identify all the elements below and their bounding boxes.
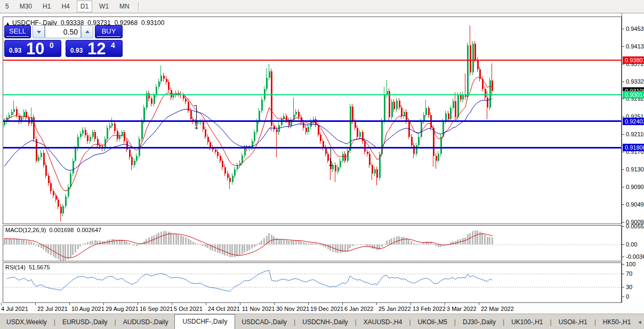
vertical-line-object-0[interactable] [196, 105, 197, 129]
tab-usdcnh-daily[interactable]: USDCNH-,Daily [296, 316, 354, 329]
horizontal-line-object-2[interactable] [3, 120, 621, 122]
date-label: 16 Sep 2021 [140, 306, 173, 312]
toolbar-separator [138, 2, 139, 11]
date-label: 24 Oct 2021 [208, 306, 240, 312]
tab-uk100-h1[interactable]: UK100-,H1 [505, 316, 549, 329]
timeframe-button-5[interactable]: 5 [2, 1, 13, 12]
timeframe-button-w1[interactable]: W1 [95, 1, 112, 12]
tab-scroll-arrows[interactable]: ◄► [637, 319, 644, 329]
horizontal-line-object-0[interactable] [3, 60, 621, 61]
tab-hk50-h1[interactable]: HK50-,H1 [597, 316, 638, 329]
date-tick [35, 303, 36, 305]
vertical-line-object-1[interactable] [331, 147, 331, 167]
axis-price-tag-support-blue-2: 0.91800 [623, 144, 644, 151]
horizontal-line-object-1[interactable] [3, 94, 621, 95]
date-label: 5 Oct 2021 [174, 306, 203, 312]
one-click-trading-widget: SELL BUY 0.93 10 0 0.93 12 4 [4, 25, 123, 57]
ohlc-close: 0.93100 [141, 19, 164, 27]
date-tick [479, 303, 479, 305]
date-label: 30 Nov 2021 [276, 306, 309, 312]
mt4-terminal: 5M30H1H4D1W1MN ▲USDCHF-,Daily0.933380.93… [0, 0, 644, 329]
timeframe-button-h1[interactable]: H1 [39, 1, 54, 12]
tab-usdcad-daily[interactable]: USDCAD-,Daily [235, 316, 293, 329]
macd-label: MACD(12,26,9)0.0016980.002647 [5, 227, 104, 233]
buy-button[interactable]: BUY [95, 25, 123, 38]
volume-decrease-button[interactable] [33, 25, 45, 38]
tab-dj30-daily[interactable]: DJ30-,Daily [456, 316, 502, 329]
horizontal-line-object-3[interactable] [3, 147, 621, 149]
volume-increase-button[interactable] [81, 25, 93, 38]
date-label: 6 Jan 2022 [344, 306, 373, 312]
date-tick [103, 303, 104, 305]
date-tick [172, 303, 172, 305]
date-tick [274, 303, 275, 305]
date-tick [1, 303, 2, 305]
tab-scroll-left-icon[interactable]: ◄ [637, 319, 644, 325]
buy-price-big-digits: 12 [87, 39, 106, 59]
sell-button[interactable]: SELL [4, 25, 31, 38]
date-label: 25 Jan 2022 [379, 306, 411, 312]
axis-price-tag-resistance: 0.93807 [623, 56, 644, 64]
date-tick [342, 303, 343, 305]
price-axis[interactable]: 0.945300.941300.937200.933200.929200.925… [622, 13, 644, 303]
timeframe-toolbar: 5M30H1H4D1W1MN [0, 0, 644, 13]
tab-xauusd-h4[interactable]: XAUUSD-,H4 [357, 316, 409, 329]
date-tick [138, 303, 138, 305]
date-tick [376, 303, 377, 305]
tab-eurusd-daily[interactable]: EURUSD-,Daily [56, 316, 114, 329]
buy-price-button[interactable]: 0.93 12 4 [66, 40, 123, 57]
sell-price-prefix: 0.93 [9, 47, 21, 54]
sell-price-pipette: 0 [50, 41, 54, 50]
date-label: 4 Jul 2021 [1, 306, 28, 312]
date-label: 3 Mar 2022 [447, 306, 477, 312]
timeframe-button-m30[interactable]: M30 [16, 1, 36, 12]
tab-usoil-h1[interactable]: USOil-,H1 [552, 316, 594, 329]
price-chart-panel[interactable]: ▲USDCHF-,Daily0.933380.937310.929680.931… [3, 17, 622, 224]
date-tick [69, 303, 70, 305]
date-tick [308, 303, 309, 305]
timeframe-button-d1[interactable]: D1 [77, 1, 92, 12]
rsi-canvas[interactable] [3, 263, 621, 302]
rsi-label: RSI(14)51.5675 [5, 264, 53, 270]
date-tick [206, 303, 206, 305]
rsi-indicator-panel[interactable]: RSI(14)51.5675 [3, 262, 622, 303]
tab-ukoil-m5[interactable]: UKOil-,M5 [412, 316, 454, 329]
date-label: 13 Feb 2022 [413, 306, 446, 312]
date-label: 10 Aug 2021 [71, 306, 104, 312]
axis-price-tag-support-green: 0.93014 [623, 91, 644, 98]
date-tick [410, 303, 411, 305]
axis-price-tag-support-blue-1: 0.92403 [623, 118, 644, 125]
date-tick [240, 303, 240, 305]
sell-price-big-digits: 10 [26, 39, 44, 59]
triangle-down-icon [37, 31, 41, 34]
tab-usdx-weekly[interactable]: USDX,Weekly [0, 316, 53, 329]
macd-indicator-panel[interactable]: MACD(12,26,9)0.0016980.002647 [3, 225, 622, 261]
date-label: 22 Mar 2022 [481, 306, 514, 312]
buy-price-pipette: 4 [111, 41, 115, 50]
timeframe-button-h4[interactable]: H4 [58, 1, 73, 12]
date-tick [445, 303, 445, 305]
buy-price-prefix: 0.93 [70, 47, 83, 54]
sell-price-button[interactable]: 0.93 10 0 [4, 40, 61, 57]
timeframe-button-mn[interactable]: MN [116, 1, 133, 12]
date-label: 29 Aug 2021 [106, 306, 139, 312]
chart-tab-bar: USDX,Weekly|EURUSD-,Daily|AUDUSD-,DailyU… [0, 314, 644, 329]
triangle-up-icon [85, 30, 90, 33]
tab-usdchf-daily[interactable]: USDCHF-,Daily [174, 314, 235, 329]
time-axis[interactable]: 4 Jul 202122 Jul 202110 Aug 202129 Aug 2… [0, 303, 644, 314]
volume-input[interactable] [45, 25, 81, 38]
date-label: 19 Dec 2021 [310, 306, 343, 312]
tab-audusd-daily[interactable]: AUDUSD-,Daily [117, 316, 175, 329]
date-label: 22 Jul 2021 [37, 306, 68, 312]
date-label: 11 Nov 2021 [242, 306, 275, 312]
